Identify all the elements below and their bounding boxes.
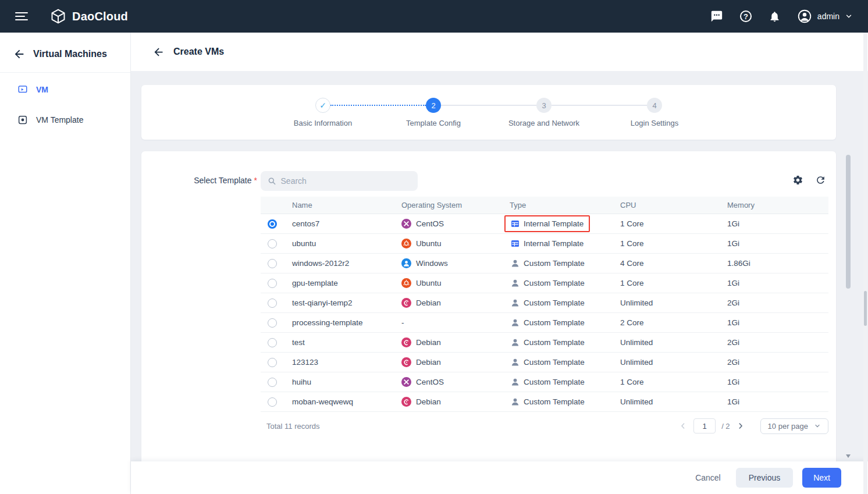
page-size-select[interactable]: 10 per page	[760, 418, 828, 434]
step-basic-information[interactable]: ✓ Basic Information	[315, 98, 330, 113]
row-select-radio[interactable]	[268, 259, 277, 268]
settings-icon[interactable]	[792, 175, 803, 188]
row-select-radio[interactable]	[268, 318, 277, 328]
menu-toggle-icon[interactable]	[15, 12, 28, 20]
step-login-settings[interactable]: 4 Login Settings	[647, 98, 662, 113]
table-row[interactable]: gpu-templateUbuntuCustom Template1 Core1…	[261, 273, 828, 293]
row-name: processing-template	[284, 318, 393, 327]
table-toolbar	[261, 171, 828, 191]
row-cpu: 4 Core	[612, 259, 719, 268]
vm-icon	[17, 84, 28, 95]
content-scrollbar[interactable]	[846, 155, 851, 459]
avatar-icon	[797, 9, 812, 24]
internal-template-icon	[511, 219, 520, 228]
row-name: gpu-template	[284, 279, 393, 287]
row-os: Debian	[393, 397, 501, 407]
row-select-radio[interactable]	[268, 239, 277, 248]
row-memory: 1Gi	[719, 279, 828, 287]
custom-template-icon	[511, 318, 520, 327]
window-scrollbar[interactable]	[863, 33, 867, 494]
row-type: Custom Template	[501, 294, 612, 311]
sidebar-item-vm[interactable]: VM	[0, 76, 130, 103]
row-select-radio[interactable]	[268, 279, 277, 288]
custom-template-icon	[511, 358, 520, 367]
row-name: test	[284, 338, 393, 347]
column-cpu: CPU	[612, 201, 719, 209]
scroll-down-icon[interactable]	[846, 454, 851, 458]
custom-template-icon	[511, 397, 520, 406]
table-row[interactable]: ubuntuUbuntuInternal Template1 Core1Gi	[261, 234, 828, 254]
scrollbar-thumb[interactable]	[846, 155, 851, 289]
table-row[interactable]: testDebianCustom TemplateUnlimited2Gi	[261, 333, 828, 353]
row-select-radio[interactable]	[268, 378, 277, 387]
row-memory: 2Gi	[719, 358, 828, 367]
brand-logo[interactable]: DaoCloud	[50, 8, 128, 24]
row-select-radio[interactable]	[268, 397, 277, 407]
page-header: Create VMs	[131, 33, 868, 71]
row-os: -	[393, 318, 501, 327]
row-os: Debian	[393, 337, 501, 347]
table-footer: Total 11 records / 2 10 per page	[261, 412, 828, 440]
prev-page-icon[interactable]	[678, 421, 688, 431]
help-icon[interactable]: ?	[739, 9, 753, 23]
custom-template-icon	[511, 378, 520, 386]
window-scrollbar-thumb[interactable]	[864, 291, 867, 326]
highlighted-type-cell: Internal Template	[504, 215, 590, 232]
row-select-radio[interactable]	[268, 298, 277, 308]
table-row[interactable]: huihuCentOSCustom Template1 Core1Gi	[261, 372, 828, 392]
row-memory: 2Gi	[719, 298, 828, 307]
internal-template-icon	[511, 239, 520, 248]
table-row[interactable]: moban-weqwewqDebianCustom TemplateUnlimi…	[261, 392, 828, 412]
next-page-icon[interactable]	[736, 421, 745, 431]
custom-template-icon	[511, 259, 520, 268]
row-memory: 2Gi	[719, 338, 828, 347]
custom-template-icon	[511, 338, 520, 347]
user-menu[interactable]: admin	[797, 9, 853, 24]
debian-icon	[401, 298, 411, 308]
page-number-input[interactable]	[693, 418, 716, 433]
refresh-icon[interactable]	[815, 175, 826, 188]
row-type: Custom Template	[501, 374, 612, 390]
back-icon[interactable]	[13, 48, 26, 61]
sidebar-title: Virtual Machines	[33, 49, 107, 59]
debian-icon	[401, 397, 411, 407]
row-name: huihu	[284, 378, 393, 386]
previous-button[interactable]: Previous	[736, 468, 793, 488]
table-row[interactable]: windows-2012r2WindowsCustom Template4 Co…	[261, 254, 828, 273]
custom-template-icon	[511, 298, 520, 307]
chevron-down-icon	[814, 422, 821, 429]
ubuntu-icon	[401, 239, 411, 248]
search-input[interactable]	[281, 176, 411, 186]
row-name: windows-2012r2	[284, 259, 393, 268]
table-row[interactable]: test-qianyi-temp2DebianCustom TemplateUn…	[261, 293, 828, 313]
row-select-radio[interactable]	[268, 338, 277, 347]
main-content: Create VMs ✓ Basic Information 2 Templat…	[131, 33, 868, 494]
cancel-button[interactable]: Cancel	[689, 468, 727, 487]
back-icon[interactable]	[152, 46, 165, 58]
row-cpu: Unlimited	[612, 397, 719, 406]
table-row[interactable]: centos7CentOSInternal Template1 Core1Gi	[261, 214, 828, 234]
step-connector	[552, 105, 647, 106]
row-os: Debian	[393, 357, 501, 367]
row-os: Windows	[393, 258, 501, 268]
step-template-config[interactable]: 2 Template Config	[426, 98, 441, 113]
row-select-radio[interactable]	[268, 219, 277, 229]
column-type: Type	[501, 201, 612, 209]
table-row[interactable]: processing-template-Custom Template2 Cor…	[261, 313, 828, 333]
windows-icon	[401, 258, 411, 268]
column-operating-system: Operating System	[393, 201, 501, 209]
sidebar-item-vm-template[interactable]: VM Template	[0, 106, 130, 133]
type-cell: Custom Template	[504, 255, 591, 272]
search-icon	[268, 176, 276, 186]
row-cpu: 1 Core	[612, 378, 719, 386]
search-box[interactable]	[261, 171, 418, 191]
centos-icon	[401, 377, 411, 387]
messages-icon[interactable]	[710, 9, 724, 23]
step-storage-network[interactable]: 3 Storage and Network	[536, 98, 552, 113]
template-table-body: centos7CentOSInternal Template1 Core1Giu…	[261, 214, 828, 412]
row-select-radio[interactable]	[268, 358, 277, 367]
table-row[interactable]: 123123DebianCustom TemplateUnlimited2Gi	[261, 353, 828, 372]
notifications-icon[interactable]	[768, 9, 782, 23]
next-button[interactable]: Next	[802, 468, 841, 488]
row-cpu: Unlimited	[612, 338, 719, 347]
